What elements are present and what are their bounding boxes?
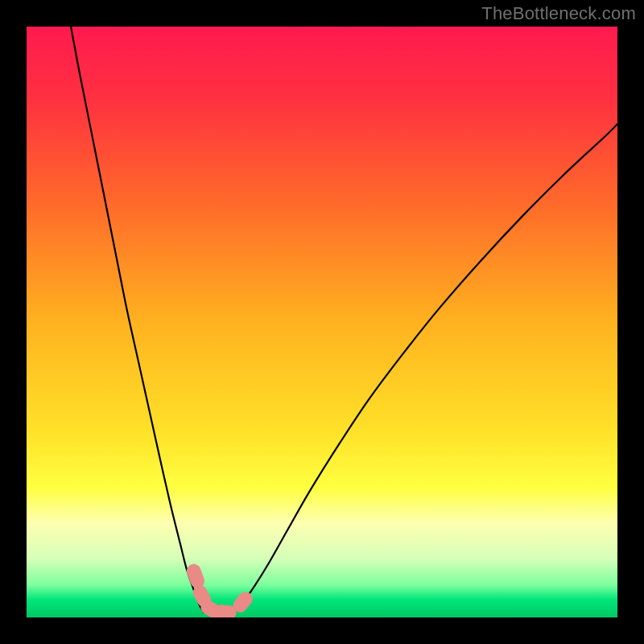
plot-area [27,27,617,617]
gradient-background [27,27,617,617]
watermark-text: TheBottleneck.com [481,3,636,24]
frame: TheBottleneck.com [0,0,644,644]
chart-svg [27,27,617,617]
